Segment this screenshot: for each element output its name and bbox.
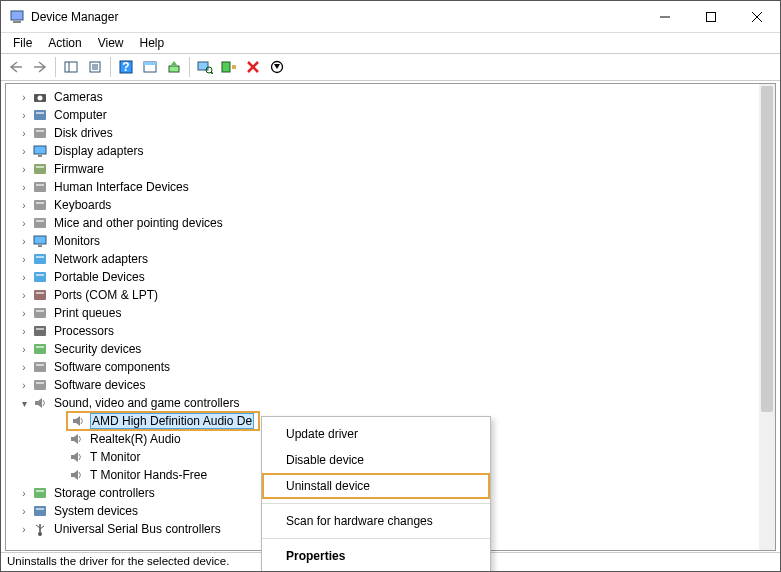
svg-rect-59	[34, 488, 46, 498]
svg-rect-32	[38, 155, 42, 157]
maximize-button[interactable]	[688, 1, 734, 32]
expand-arrow-icon[interactable]: ›	[18, 524, 30, 535]
show-hide-tree-button[interactable]	[60, 56, 82, 78]
tree-item[interactable]: ›Human Interface Devices	[6, 178, 775, 196]
tree-item[interactable]: ›Keyboards	[6, 196, 775, 214]
disable-icon[interactable]	[266, 56, 288, 78]
device-icon	[70, 413, 86, 429]
device-icon	[32, 125, 48, 141]
svg-rect-29	[34, 128, 46, 138]
expand-arrow-icon[interactable]: ›	[18, 290, 30, 301]
svg-rect-36	[36, 184, 44, 186]
expand-arrow-icon[interactable]: ›	[18, 200, 30, 211]
tree-item[interactable]: ›Software components	[6, 358, 775, 376]
tree-item[interactable]: ▾Sound, video and game controllers	[6, 394, 775, 412]
device-icon	[32, 107, 48, 123]
tree-item[interactable]: ›Mice and other pointing devices	[6, 214, 775, 232]
add-hardware-icon[interactable]	[218, 56, 240, 78]
expand-arrow-icon[interactable]: ›	[18, 128, 30, 139]
tool-icon[interactable]	[139, 56, 161, 78]
svg-rect-31	[34, 146, 46, 154]
tree-item-label: AMD High Definition Audio De	[90, 413, 254, 429]
tree-item[interactable]: ›Display adapters	[6, 142, 775, 160]
expand-arrow-icon[interactable]: ›	[18, 146, 30, 157]
tree-item-label: Realtek(R) Audio	[88, 432, 183, 446]
expand-arrow-icon[interactable]: ›	[18, 164, 30, 175]
device-icon	[32, 359, 48, 375]
tree-item[interactable]: ›Firmware	[6, 160, 775, 178]
tree-item[interactable]: ›Computer	[6, 106, 775, 124]
properties-button[interactable]	[84, 56, 106, 78]
svg-rect-50	[36, 310, 44, 312]
expand-arrow-icon[interactable]: ›	[18, 272, 30, 283]
device-icon	[32, 179, 48, 195]
tree-item-label: T Monitor Hands-Free	[88, 468, 209, 482]
tree-item[interactable]: ›Software devices	[6, 376, 775, 394]
expand-arrow-icon[interactable]: ›	[18, 218, 30, 229]
expand-arrow-icon[interactable]: ›	[18, 92, 30, 103]
tree-item[interactable]: ›Print queues	[6, 304, 775, 322]
uninstall-icon[interactable]	[242, 56, 264, 78]
device-icon	[32, 395, 48, 411]
device-icon	[32, 143, 48, 159]
device-icon	[32, 305, 48, 321]
expand-arrow-icon[interactable]: ›	[18, 326, 30, 337]
svg-rect-57	[34, 380, 46, 390]
svg-rect-56	[36, 364, 44, 366]
expand-arrow-icon[interactable]: ›	[18, 110, 30, 121]
svg-rect-49	[34, 308, 46, 318]
title-bar: Device Manager	[1, 1, 780, 33]
menu-help[interactable]: Help	[134, 34, 171, 52]
tree-item[interactable]: ›Processors	[6, 322, 775, 340]
tree-item-label: Firmware	[52, 162, 106, 176]
expand-arrow-icon[interactable]: ›	[18, 182, 30, 193]
context-menu: Update driverDisable deviceUninstall dev…	[261, 416, 491, 572]
tree-item[interactable]: ›Monitors	[6, 232, 775, 250]
context-menu-item[interactable]: Update driver	[262, 421, 490, 447]
close-button[interactable]	[734, 1, 780, 32]
expand-arrow-icon[interactable]: ›	[18, 254, 30, 265]
context-menu-item[interactable]: Disable device	[262, 447, 490, 473]
expand-arrow-icon[interactable]: ›	[18, 236, 30, 247]
svg-rect-21	[232, 65, 236, 69]
expand-arrow-icon[interactable]: ▾	[18, 398, 30, 409]
menu-view[interactable]: View	[92, 34, 130, 52]
update-driver-icon[interactable]	[163, 56, 185, 78]
svg-rect-46	[36, 274, 44, 276]
svg-rect-45	[34, 272, 46, 282]
expand-arrow-icon[interactable]: ›	[18, 506, 30, 517]
context-menu-item[interactable]: Properties	[262, 543, 490, 569]
svg-rect-44	[36, 256, 44, 258]
tree-item[interactable]: ›Portable Devices	[6, 268, 775, 286]
tree-item[interactable]: ›Ports (COM & LPT)	[6, 286, 775, 304]
tree-item-label: Storage controllers	[52, 486, 157, 500]
tree-item[interactable]: ›Security devices	[6, 340, 775, 358]
device-icon	[32, 269, 48, 285]
scan-hardware-icon[interactable]	[194, 56, 216, 78]
tree-item-label: Mice and other pointing devices	[52, 216, 225, 230]
tree-item[interactable]: ›Cameras	[6, 88, 775, 106]
expand-arrow-icon[interactable]: ›	[18, 308, 30, 319]
context-menu-item[interactable]: Uninstall device	[262, 473, 490, 499]
menu-file[interactable]: File	[7, 34, 38, 52]
tree-item[interactable]: ›Disk drives	[6, 124, 775, 142]
back-button[interactable]	[5, 56, 27, 78]
expand-arrow-icon[interactable]: ›	[18, 344, 30, 355]
expand-arrow-icon[interactable]: ›	[18, 488, 30, 499]
svg-rect-47	[34, 290, 46, 300]
svg-rect-34	[36, 166, 44, 168]
help-button[interactable]: ?	[115, 56, 137, 78]
svg-rect-39	[34, 218, 46, 228]
menu-action[interactable]: Action	[42, 34, 87, 52]
svg-rect-27	[34, 110, 46, 120]
svg-rect-6	[65, 62, 77, 72]
forward-button[interactable]	[29, 56, 51, 78]
tree-item-label: Universal Serial Bus controllers	[52, 522, 223, 536]
expand-arrow-icon[interactable]: ›	[18, 380, 30, 391]
context-menu-item[interactable]: Scan for hardware changes	[262, 508, 490, 534]
minimize-button[interactable]	[642, 1, 688, 32]
scrollbar[interactable]	[759, 84, 775, 550]
tree-item-label: T Monitor	[88, 450, 142, 464]
expand-arrow-icon[interactable]: ›	[18, 362, 30, 373]
tree-item[interactable]: ›Network adapters	[6, 250, 775, 268]
